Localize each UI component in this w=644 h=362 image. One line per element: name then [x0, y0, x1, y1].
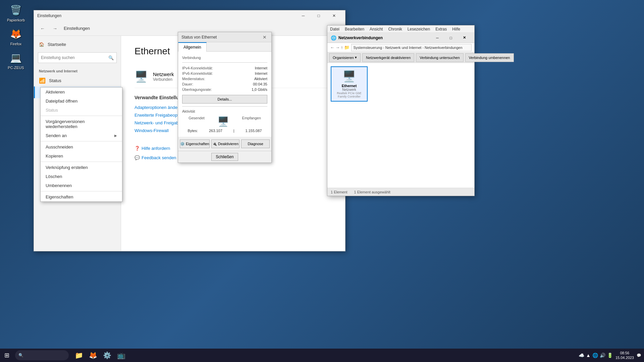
nw-titlebar: 🌐 Netzwerkverbindungen ─ □ ✕ — [327, 33, 474, 43]
nw-toolbar: Organisieren ▾ Netzwerkgerät deaktiviere… — [327, 52, 474, 63]
diagnose-network-button[interactable]: Verbindung untersuchen — [416, 53, 463, 62]
menu-lesezeichen[interactable]: Lesezeichen — [405, 25, 433, 33]
nw-address-path[interactable]: Systemsteuerung › Netzwerk und Internet … — [351, 44, 472, 51]
nw-addressbar: ← → ↑ 📁 Systemsteuerung › Netzwerk und I… — [327, 43, 474, 52]
back-button[interactable]: ← — [37, 23, 48, 34]
firefox-taskbar-icon: 🦊 — [89, 351, 97, 359]
ctx-vorgaenger[interactable]: Vorgängerversionen wiederherstellen — [41, 117, 122, 131]
minimize-button[interactable]: ─ — [296, 10, 311, 21]
network-adapter-icon: 🖥️ — [135, 70, 148, 83]
cloud-icon: ☁️ — [579, 353, 584, 358]
ctx-aktivieren[interactable]: Aktivieren — [41, 87, 122, 97]
close-button[interactable]: ✕ — [326, 10, 342, 21]
taskbar-time[interactable]: 08:56 15.04.2023 — [615, 351, 634, 360]
explorer-icon: 📁 — [75, 351, 83, 359]
activity-divider — [182, 106, 267, 107]
dialog-body: Verbindung IPv4-Konnektivität: Internet … — [178, 52, 271, 137]
info-row-rate: Übertragungsrate: 1,0 Gbit/s — [182, 87, 267, 92]
diagnose-button[interactable]: Diagnose — [241, 139, 270, 148]
home-icon: 🏠 — [39, 42, 44, 47]
details-button[interactable]: Details... — [182, 95, 267, 104]
ctx-senden[interactable]: Senden an ▶ — [41, 131, 122, 140]
network-info: Netzwerk Verbunden — [153, 71, 174, 82]
desktop-icons: 🗑️ Papierkorb 🦊 Firefox 💻 PC-ZEUS — [3, 3, 29, 70]
desktop: 🗑️ Papierkorb 🦊 Firefox 💻 PC-ZEUS Einste… — [0, 0, 644, 362]
start-button[interactable]: ⊞ — [0, 349, 13, 362]
notification-icon[interactable]: 💬 — [637, 353, 641, 358]
desktop-icon-firefox[interactable]: 🦊 Firefox — [3, 27, 29, 46]
info-row-ipv4: IPv4-Konnektivität: Internet — [182, 65, 267, 71]
nw-menubar: Datei Bearbeiten Ansicht Chronik Lesezei… — [327, 25, 474, 33]
feedback-icon: 💬 — [135, 155, 140, 160]
nav-title: Einstellungen — [64, 26, 90, 31]
addr-up-icon[interactable]: ↑ — [341, 45, 343, 50]
ethernet-adapter-item[interactable]: 🖥️ Ethernet Netzwerk Realtek PCIe GbE Fa… — [331, 66, 368, 102]
nw-window-title: Netzwerkverbindungen — [338, 36, 431, 40]
volume-icon: 🔊 — [600, 353, 605, 358]
bytes-gesendet: 263.107 — [209, 129, 222, 133]
dialog-tabs: Allgemein — [178, 42, 271, 52]
activity-section: Aktivität Gesendet 🖥️ Empfangen Bytes: 2… — [182, 109, 267, 133]
info-row-dauer: Dauer: 00:04:35 — [182, 81, 267, 87]
menu-chronik[interactable]: Chronik — [385, 25, 405, 33]
forward-button[interactable]: → — [50, 23, 60, 34]
ctx-sep-2 — [41, 141, 122, 141]
ctx-ausschneiden[interactable]: Ausschneiden — [41, 142, 122, 152]
taskbar-app-settings[interactable]: ⚙️ — [100, 349, 114, 362]
organise-arrow-icon: ▾ — [355, 55, 357, 60]
addr-forward-icon[interactable]: → — [335, 45, 340, 50]
netzwerkverbindungen-window: Datei Bearbeiten Ansicht Chronik Lesezei… — [327, 25, 475, 196]
menu-hilfe[interactable]: Hilfe — [449, 25, 463, 33]
taskbar-search[interactable]: 🔍 — [15, 350, 69, 360]
sidebar-home[interactable]: 🏠 Startseite — [34, 39, 121, 50]
menu-datei[interactable]: Datei — [327, 25, 342, 33]
ctx-verknuepfung[interactable]: Verknüpfung erstellen — [41, 163, 122, 172]
nw-window-controls: ─ □ ✕ — [431, 33, 471, 43]
bytes-label: Bytes: — [187, 129, 198, 133]
dialog-close-button[interactable]: ✕ — [261, 34, 268, 41]
tab-allgemein[interactable]: Allgemein — [178, 42, 207, 52]
rename-button[interactable]: Verbindung umbenennen — [465, 53, 514, 62]
ctx-loeschen[interactable]: Löschen — [41, 172, 122, 181]
arrow-up-icon[interactable]: ▲ — [586, 353, 591, 358]
addr-back-icon[interactable]: ← — [330, 45, 334, 50]
taskbar: ⊞ 🔍 📁 🦊 ⚙️ 📺 ☁️ ▲ 🌐 🔊 � — [0, 349, 644, 362]
info-row-ipv6: IPv6-Konnektivität: Internet — [182, 71, 267, 76]
desktop-icon-pc-zeus[interactable]: 💻 PC-ZEUS — [3, 51, 29, 70]
ctx-umbenennen[interactable]: Umbenennen — [41, 181, 122, 190]
sidebar-section-label: Netzwerk und Internet — [34, 66, 121, 75]
eigenschaften-button[interactable]: ⚙️ Eigenschaften — [180, 139, 210, 148]
sidebar-search-container: 🔍 — [38, 52, 117, 63]
nw-minimize[interactable]: ─ — [431, 33, 444, 43]
organise-button[interactable]: Organisieren ▾ — [329, 53, 361, 62]
schliessen-button[interactable]: Schließen — [211, 153, 238, 161]
eigenschaften-icon: ⚙️ — [180, 142, 185, 146]
window-controls: ─ □ ✕ — [296, 10, 342, 21]
settings-title: Einstellungen — [37, 13, 296, 18]
desktop-icon-papierkorb[interactable]: 🗑️ Papierkorb — [3, 3, 29, 22]
deaktivieren-button[interactable]: 🔌 Deaktivieren — [211, 139, 240, 148]
menu-extras[interactable]: Extras — [433, 25, 449, 33]
dialog-titlebar: Status von Ethernet ✕ — [178, 32, 271, 42]
taskbar-app-explorer[interactable]: 📁 — [72, 349, 86, 362]
ctx-kopieren[interactable]: Kopieren — [41, 152, 122, 161]
ethernet-status-dialog: Status von Ethernet ✕ Allgemein Verbindu… — [178, 32, 272, 163]
taskbar-app-firefox[interactable]: 🦊 — [86, 349, 100, 362]
menu-ansicht[interactable]: Ansicht — [367, 25, 385, 33]
nw-maximize[interactable]: □ — [444, 33, 458, 43]
settings-icon: ⚙️ — [103, 351, 111, 359]
maximize-button[interactable]: □ — [311, 10, 326, 21]
pc-zeus-icon: 💻 — [9, 51, 23, 64]
taskbar-app-tv[interactable]: 📺 — [114, 349, 128, 362]
sidebar-item-status[interactable]: 📶 Status — [34, 75, 121, 86]
sidebar-search-input[interactable] — [41, 55, 107, 60]
taskbar-right: ☁️ ▲ 🌐 🔊 🔋 08:56 15.04.2023 💬 — [579, 351, 644, 360]
deactivate-button[interactable]: Netzwerkgerät deaktivieren — [362, 53, 414, 62]
menu-bearbeiten[interactable]: Bearbeiten — [342, 25, 367, 33]
ctx-eigenschaften[interactable]: Eigenschaften — [41, 192, 122, 201]
ctx-dateipfad[interactable]: Dateipfad öffnen — [41, 97, 122, 106]
hilfe-icon: ❓ — [135, 146, 140, 151]
tv-icon: 📺 — [117, 351, 125, 359]
windows-icon: ⊞ — [4, 352, 9, 359]
nw-close[interactable]: ✕ — [458, 33, 471, 43]
